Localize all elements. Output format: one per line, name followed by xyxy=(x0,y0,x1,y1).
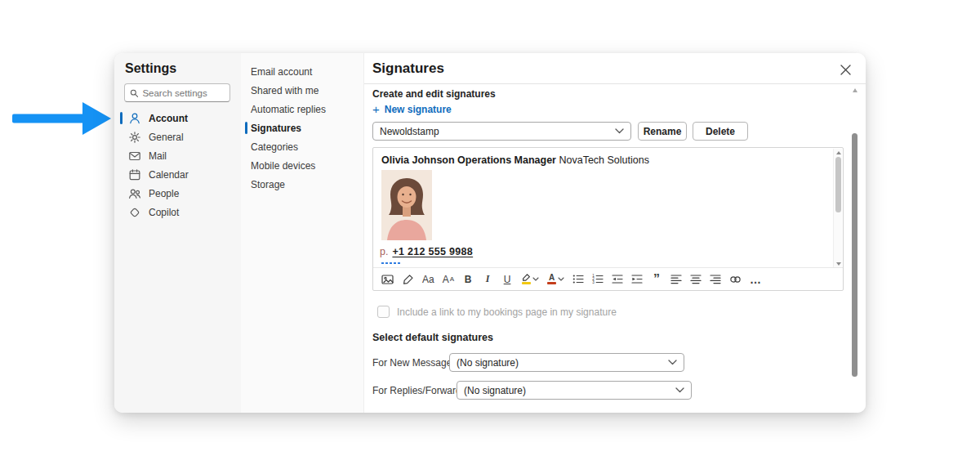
signature-text: Olivia Johnson Operations Manager NovaTe… xyxy=(381,154,649,166)
signature-name: Olivia Johnson xyxy=(381,154,455,166)
search-input[interactable] xyxy=(142,88,225,98)
editor-scroll-thumb[interactable] xyxy=(835,157,841,212)
scroll-down-icon[interactable] xyxy=(836,262,841,266)
subnav-item-shared-with-me[interactable]: Shared with me xyxy=(245,81,359,100)
more-options-button[interactable]: … xyxy=(750,271,762,288)
sidebar-item-label: Calendar xyxy=(149,169,189,181)
subnav-item-automatic-replies[interactable]: Automatic replies xyxy=(245,100,359,118)
font-color-icon: A xyxy=(547,274,556,284)
subnav-label: Shared with me xyxy=(251,85,318,96)
align-center-button[interactable] xyxy=(690,271,702,288)
mail-icon xyxy=(128,150,141,163)
bullet-list-icon xyxy=(572,274,584,284)
decrease-indent-icon xyxy=(612,274,623,284)
bookings-checkbox[interactable] xyxy=(377,306,390,318)
formatting-toolbar: Aa AA B I U xyxy=(373,267,843,290)
subnav-item-mobile-devices[interactable]: Mobile devices xyxy=(245,156,359,175)
insert-image-button[interactable] xyxy=(381,271,394,288)
panel-scroll-thumb[interactable] xyxy=(852,133,858,377)
decrease-indent-button[interactable] xyxy=(612,271,623,288)
sidebar-item-calendar[interactable]: Calendar xyxy=(119,165,236,184)
create-section-heading: Create and edit signatures xyxy=(372,88,496,100)
font-case-button[interactable]: Aa xyxy=(422,271,434,288)
subnav-label: Mobile devices xyxy=(251,160,315,172)
signature-editor[interactable]: Olivia Johnson Operations Manager NovaTe… xyxy=(372,147,844,291)
person-icon xyxy=(128,112,141,125)
subnav-item-categories[interactable]: Categories xyxy=(245,137,359,156)
scroll-up-icon[interactable] xyxy=(836,151,841,154)
replies-forwards-select[interactable]: (No signature) xyxy=(457,381,692,400)
chevron-down-icon xyxy=(532,277,539,281)
defaults-heading: Select default signatures xyxy=(372,332,493,343)
delete-button[interactable]: Delete xyxy=(693,122,748,141)
subnav-item-storage[interactable]: Storage xyxy=(245,175,359,194)
bookings-label: Include a link to my bookings page in my… xyxy=(397,306,617,318)
editor-scrollbar[interactable] xyxy=(833,149,842,268)
increase-indent-button[interactable] xyxy=(631,271,643,288)
panel-content: Create and edit signatures + New signatu… xyxy=(364,84,866,413)
screen: Settings Account General xyxy=(0,0,980,465)
signatures-panel: Signatures Create and edit signatures + … xyxy=(363,53,866,413)
highlight-button[interactable] xyxy=(521,271,539,288)
phone-number-link[interactable]: +1 212 555 9988 xyxy=(392,246,473,257)
new-signature-button[interactable]: + New signature xyxy=(372,104,452,115)
people-icon xyxy=(128,187,141,200)
sidebar-item-mail[interactable]: Mail xyxy=(119,146,236,165)
subnav-label: Categories xyxy=(251,141,298,153)
settings-search[interactable] xyxy=(124,83,230,102)
account-subnav: Email account Shared with me Automatic r… xyxy=(241,53,363,413)
scroll-up-icon[interactable] xyxy=(853,88,858,92)
signature-phone: p. +1 212 555 9988 xyxy=(380,246,473,257)
new-messages-label: For New Messages: xyxy=(372,357,460,369)
font-case-glyph: Aa xyxy=(422,274,434,285)
signature-role: Operations Manager xyxy=(457,154,556,166)
settings-dialog: Settings Account General xyxy=(114,53,866,413)
font-size-button[interactable]: AA xyxy=(443,271,454,288)
calendar-icon xyxy=(128,168,141,181)
sidebar-item-account[interactable]: Account xyxy=(119,109,236,127)
panel-header: Signatures xyxy=(364,53,866,84)
subnav-item-email-account[interactable]: Email account xyxy=(245,62,359,81)
sidebar-item-general[interactable]: General xyxy=(119,127,236,146)
align-right-icon xyxy=(710,274,721,284)
sidebar-item-label: General xyxy=(149,132,184,143)
close-button[interactable] xyxy=(835,59,856,80)
signature-select[interactable]: Newoldstamp xyxy=(372,122,631,141)
rename-button[interactable]: Rename xyxy=(638,122,687,141)
numbered-list-button[interactable]: 1 2 3 xyxy=(592,271,604,288)
new-messages-select[interactable]: (No signature) xyxy=(449,353,684,372)
highlight-icon xyxy=(521,274,531,284)
phone-prefix: p. xyxy=(380,246,388,257)
insert-link-button[interactable] xyxy=(729,271,742,288)
new-signature-label: New signature xyxy=(385,104,452,115)
align-right-button[interactable] xyxy=(710,271,721,288)
font-color-button[interactable]: A xyxy=(547,271,564,288)
sidebar-item-copilot[interactable]: Copilot xyxy=(119,203,236,221)
italic-button[interactable]: I xyxy=(482,271,493,288)
underline-button[interactable]: U xyxy=(501,271,513,288)
signature-select-value: Newoldstamp xyxy=(380,126,439,137)
numbered-list-icon: 1 2 3 xyxy=(592,274,604,284)
settings-title: Settings xyxy=(125,61,176,76)
bold-button[interactable]: B xyxy=(462,271,474,288)
chevron-down-icon xyxy=(615,128,624,134)
copilot-icon xyxy=(128,206,141,219)
bullet-list-button[interactable] xyxy=(572,271,584,288)
format-painter-button[interactable] xyxy=(402,271,414,288)
sidebar-item-label: Mail xyxy=(149,150,167,162)
font-size-glyph: A xyxy=(443,274,449,285)
spellcheck-underline xyxy=(381,262,401,264)
font-size-sup-glyph: A xyxy=(450,275,454,283)
panel-scrollbar[interactable] xyxy=(852,84,858,409)
chevron-down-icon xyxy=(668,360,677,365)
replies-forwards-value: (No signature) xyxy=(464,385,526,396)
subnav-item-signatures[interactable]: Signatures xyxy=(245,118,359,137)
align-left-button[interactable] xyxy=(670,271,682,288)
subnav-label: Storage xyxy=(251,179,285,190)
new-messages-value: (No signature) xyxy=(457,357,519,369)
close-icon xyxy=(840,65,851,75)
brush-icon xyxy=(402,274,414,285)
sidebar-item-people[interactable]: People xyxy=(119,184,236,203)
svg-text:3: 3 xyxy=(592,280,595,284)
quote-button[interactable]: ” xyxy=(651,271,662,288)
